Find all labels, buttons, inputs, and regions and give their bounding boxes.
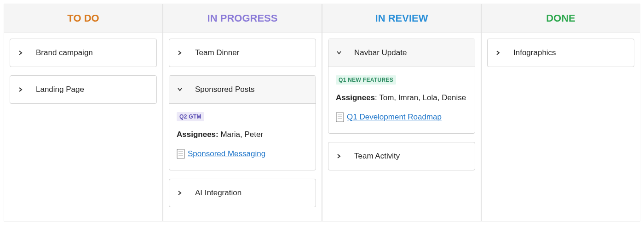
chevron-right-icon — [336, 153, 342, 159]
card-header[interactable]: AI Integration — [169, 179, 316, 207]
card-header[interactable]: Team Dinner — [169, 39, 316, 67]
card: Landing Page — [10, 75, 157, 104]
card: Infographics — [487, 39, 634, 67]
card: Team Activity — [328, 142, 475, 170]
tag: Q1 NEW FEATURES — [336, 75, 396, 85]
card-title: Navbar Update — [354, 48, 407, 57]
card-body: Q1 NEW FEATURES Assignees: Tom, Imran, L… — [328, 67, 475, 133]
assignees-names: Maria, Peter — [218, 130, 263, 139]
column-body-todo: Brand campaign Landing Page — [4, 33, 162, 118]
card: Team Dinner — [169, 39, 316, 67]
column-body-inprogress: Team Dinner Sponsored Posts Q2 GTM Assig… — [163, 33, 322, 221]
chevron-right-icon — [17, 86, 24, 93]
card-header[interactable]: Brand campaign — [10, 39, 156, 67]
assignees-label: Assignees — [336, 93, 375, 102]
column-header-inreview: IN REVIEW — [322, 4, 481, 33]
card: Navbar Update Q1 NEW FEATURES Assignees:… — [328, 39, 475, 134]
svg-rect-4 — [336, 113, 344, 122]
svg-rect-0 — [177, 149, 184, 158]
column-inreview: IN REVIEW Navbar Update Q1 NEW FEATURES … — [322, 4, 481, 221]
card-title: Infographics — [513, 48, 556, 57]
card: Brand campaign — [10, 39, 157, 67]
document-icon — [336, 112, 344, 122]
card-title: Team Activity — [354, 152, 400, 161]
card-header[interactable]: Sponsored Posts — [169, 76, 316, 104]
column-header-todo: TO DO — [4, 4, 162, 33]
card-header[interactable]: Infographics — [488, 39, 634, 67]
column-body-done: Infographics — [482, 33, 640, 81]
column-header-inprogress: IN PROGRESS — [163, 4, 322, 33]
assignees-names: : Tom, Imran, Lola, Denise — [375, 93, 466, 102]
card-header[interactable]: Landing Page — [10, 76, 156, 103]
doc-link[interactable]: Sponsored Messaging — [177, 149, 265, 159]
doc-link-text: Q1 Development Roadmap — [347, 113, 442, 122]
column-todo: TO DO Brand campaign Landing Page — [4, 4, 163, 221]
card-title: Landing Page — [36, 85, 84, 94]
chevron-right-icon — [495, 50, 501, 56]
chevron-down-icon — [177, 86, 183, 93]
column-header-done: DONE — [482, 4, 640, 33]
kanban-board: TO DO Brand campaign Landing Page — [4, 4, 640, 221]
column-inprogress: IN PROGRESS Team Dinner Sponsored Posts — [163, 4, 322, 221]
chevron-down-icon — [336, 50, 342, 56]
chevron-right-icon — [17, 50, 24, 56]
card-header[interactable]: Team Activity — [328, 142, 475, 170]
card-body: Q2 GTM Assignees: Maria, Peter Sponsored… — [169, 104, 316, 170]
card-header[interactable]: Navbar Update — [328, 39, 475, 67]
card-title: Brand campaign — [36, 48, 93, 57]
column-body-inreview: Navbar Update Q1 NEW FEATURES Assignees:… — [322, 33, 481, 184]
card-title: AI Integration — [195, 188, 242, 198]
doc-link-text: Sponsored Messaging — [188, 149, 265, 158]
assignees: Assignees: Tom, Imran, Lola, Denise — [336, 92, 467, 104]
card: AI Integration — [169, 179, 316, 207]
assignees-label: Assignees: — [177, 130, 218, 139]
chevron-right-icon — [177, 50, 183, 56]
document-icon — [177, 149, 185, 159]
column-done: DONE Infographics — [481, 4, 640, 221]
chevron-right-icon — [177, 190, 183, 196]
assignees: Assignees: Maria, Peter — [177, 129, 308, 141]
card: Sponsored Posts Q2 GTM Assignees: Maria,… — [169, 75, 316, 170]
doc-link[interactable]: Q1 Development Roadmap — [336, 112, 442, 122]
tag: Q2 GTM — [177, 112, 204, 121]
card-title: Team Dinner — [195, 48, 239, 57]
card-title: Sponsored Posts — [195, 85, 254, 94]
